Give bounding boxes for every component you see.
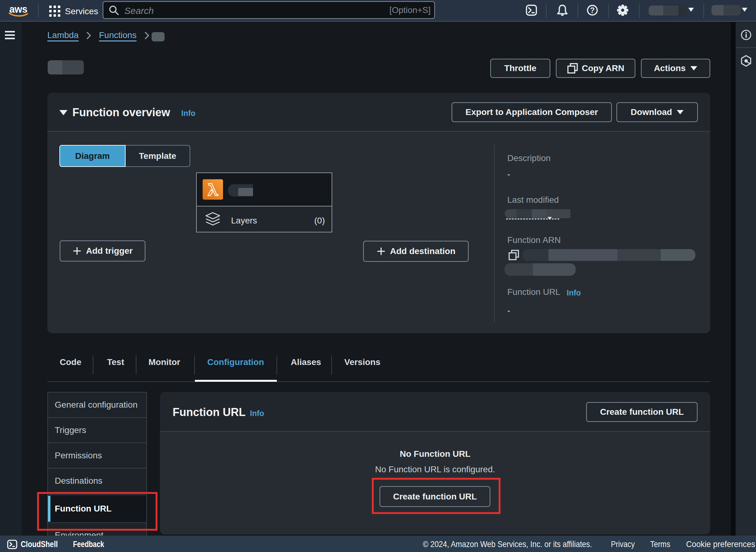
svg-text:?: ?: [590, 6, 595, 14]
